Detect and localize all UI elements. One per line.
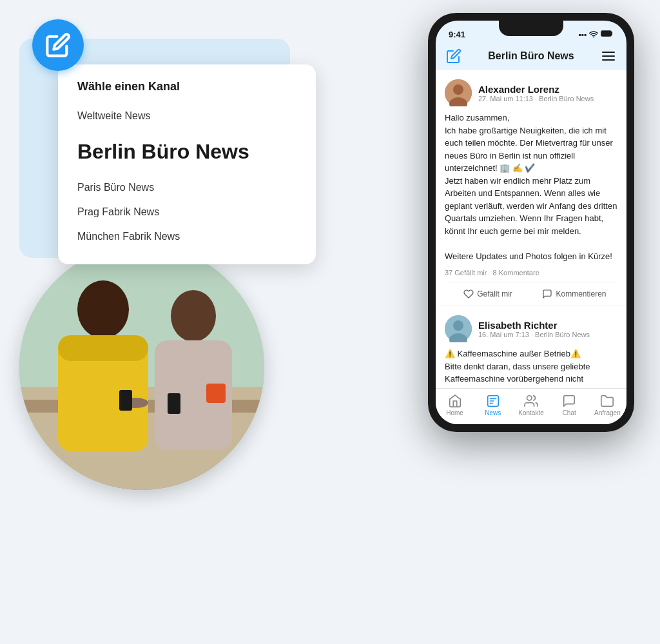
svg-rect-14: [601, 31, 610, 35]
channel-item-weltweite[interactable]: Weltweite News: [77, 104, 296, 128]
nav-home[interactable]: Home: [436, 394, 474, 416]
channel-item-berlin[interactable]: Berlin Büro News: [77, 133, 296, 170]
bottom-navigation: Home News Kontakte Chat Anfragen: [436, 388, 626, 424]
post-1-like-label: Gefällt mir: [477, 289, 512, 298]
svg-point-19: [453, 84, 463, 95]
channel-item-paris[interactable]: Paris Büro News: [77, 175, 296, 200]
people-photo: [19, 245, 264, 490]
post-2: Elisabeth Richter 16. Mai um 7:13 · Berl…: [436, 306, 626, 388]
post-1-actions: Gefällt mir Kommentieren: [445, 282, 617, 306]
nav-chat[interactable]: Chat: [550, 394, 588, 416]
compose-button[interactable]: [32, 19, 84, 71]
post-1-meta: 27. Mai um 11:13 · Berlin Büro News: [478, 95, 594, 102]
channel-item-prag[interactable]: Prag Fabrik News: [77, 200, 296, 224]
header-menu-button[interactable]: [601, 48, 616, 64]
post-1: Alexander Lorenz 27. Mai um 11:13 · Berl…: [436, 70, 626, 306]
avatar-elisabeth: [445, 315, 472, 342]
phone-notch: [499, 21, 563, 36]
app-header: Berlin Büro News: [436, 44, 626, 70]
nav-anfragen-label: Anfragen: [594, 409, 621, 416]
wifi-icon: [589, 30, 598, 39]
nav-kontakte[interactable]: Kontakte: [512, 394, 550, 416]
status-time: 9:41: [449, 30, 465, 39]
signal-icon: ▪▪▪: [578, 30, 587, 39]
header-title: Berlin Büro News: [488, 50, 574, 62]
svg-rect-5: [58, 335, 148, 361]
post-1-author: Alexander Lorenz: [478, 84, 594, 95]
channel-item-munchen[interactable]: München Fabrik News: [77, 224, 296, 249]
edit-icon: [45, 32, 71, 58]
battery-icon: [601, 30, 614, 39]
svg-point-28: [527, 396, 532, 400]
svg-point-12: [593, 37, 594, 37]
channel-selector-card: Wähle einen Kanal Weltweite News Berlin …: [58, 64, 316, 264]
post-1-comment-button[interactable]: Kommentieren: [531, 286, 617, 302]
nav-news-label: News: [485, 409, 501, 416]
nav-kontakte-label: Kontakte: [518, 409, 543, 416]
post-2-body: ⚠️ Kaffeemaschine außer Betrieb⚠️ Bitte …: [445, 347, 617, 388]
news-feed: Alexander Lorenz 27. Mai um 11:13 · Berl…: [436, 70, 626, 388]
post-1-stats: 37 Gefällt mir 8 Kommentare: [445, 269, 617, 277]
svg-rect-10: [119, 390, 132, 411]
post-2-meta: 16. Mai um 7:13 · Berlin Büro News: [478, 331, 590, 338]
svg-point-22: [453, 320, 463, 331]
svg-point-6: [171, 290, 216, 342]
post-2-author: Elisabeth Richter: [478, 320, 590, 331]
nav-news[interactable]: News: [474, 394, 512, 416]
phone-mockup: 9:41 ▪▪▪: [428, 13, 634, 432]
header-compose-button[interactable]: [446, 48, 461, 64]
svg-point-3: [77, 280, 129, 338]
post-1-like-button[interactable]: Gefällt mir: [445, 286, 531, 302]
avatar-alexander: [445, 79, 472, 106]
nav-anfragen[interactable]: Anfragen: [588, 394, 626, 416]
people-illustration: [19, 245, 264, 490]
nav-chat-label: Chat: [563, 409, 576, 416]
post-1-comment-label: Kommentieren: [556, 289, 606, 298]
svg-rect-9: [206, 384, 226, 403]
nav-home-label: Home: [446, 409, 463, 416]
post-1-body: Hallo zusammen, Ich habe großartige Neui…: [445, 112, 617, 262]
channel-selector-title: Wähle einen Kanal: [77, 80, 296, 93]
svg-rect-11: [168, 393, 180, 414]
